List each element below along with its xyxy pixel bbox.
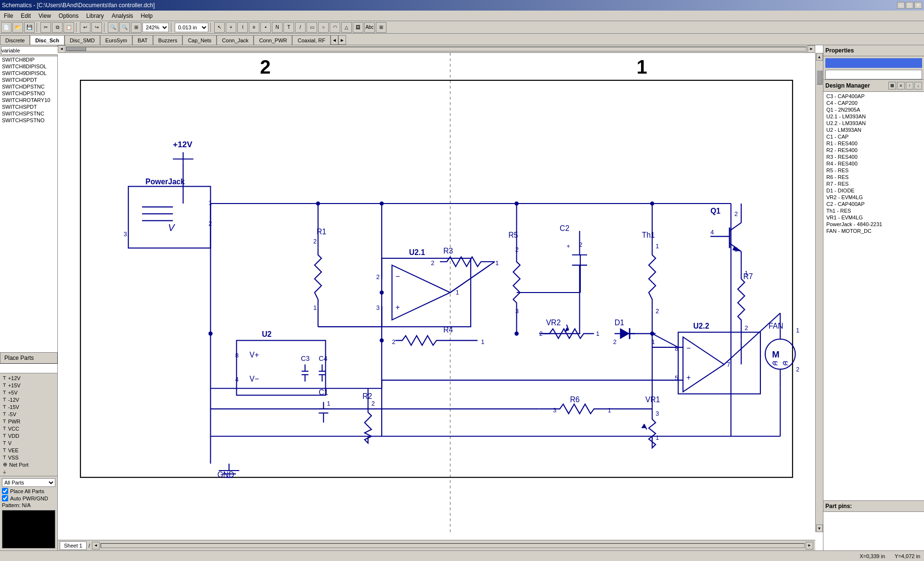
- net-port-minus12v[interactable]: ⊤ -12V: [1, 396, 56, 403]
- dm-item[interactable]: C1 - CAP: [824, 133, 923, 140]
- tab-disc-smd[interactable]: Disc_SMD: [64, 35, 100, 45]
- menu-analysis[interactable]: Analysis: [108, 12, 137, 20]
- select-button[interactable]: ↖: [214, 22, 225, 33]
- tab-conn-pwr[interactable]: Conn_PWR: [254, 35, 292, 45]
- vertical-scrollbar[interactable]: ▲ ▼: [815, 53, 823, 532]
- dm-item[interactable]: R4 - RES400: [824, 160, 923, 167]
- place-junction-button[interactable]: •: [260, 22, 271, 33]
- top-scrollbar[interactable]: ◄ ►: [58, 45, 815, 53]
- place-ellipse-button[interactable]: ○: [318, 22, 329, 33]
- scroll-right-arrow[interactable]: ►: [808, 45, 815, 53]
- menu-help[interactable]: Help: [137, 12, 157, 20]
- dm-item[interactable]: VR1 - EVM4LG: [824, 214, 923, 221]
- list-item[interactable]: SWITCHROTARY10: [0, 97, 57, 103]
- net-port-12v[interactable]: ⊤ +12V: [1, 374, 56, 382]
- net-port-v[interactable]: ⊤ V: [1, 439, 56, 446]
- tab-bat[interactable]: BAT: [132, 35, 153, 45]
- dm-item[interactable]: Th1 - RES: [824, 207, 923, 214]
- zoom-select[interactable]: 242%: [142, 23, 169, 32]
- net-port-vss[interactable]: ⊤ VSS: [1, 454, 56, 461]
- tab-conn-jack[interactable]: Conn_Jack: [217, 35, 254, 45]
- dm-item[interactable]: R1 - RES400: [824, 140, 923, 147]
- place-part-button[interactable]: +: [226, 22, 236, 33]
- dm-item[interactable]: Q1 - 2N2905A: [824, 106, 923, 113]
- scroll-left-arrow[interactable]: ◄: [58, 45, 65, 53]
- dm-item[interactable]: R7 - RES: [824, 180, 923, 187]
- scroll-track[interactable]: [66, 47, 807, 51]
- dm-item[interactable]: U2 - LM393AN: [824, 127, 923, 133]
- dm-item[interactable]: FAN - MOTOR_DC: [824, 228, 923, 234]
- dm-item[interactable]: U2.1 - LM393AN: [824, 113, 923, 120]
- tab-scroll-right[interactable]: ►: [338, 35, 346, 45]
- list-item[interactable]: SWITCH8DIP: [0, 56, 57, 63]
- list-item[interactable]: SWITCHDPSTNO: [0, 90, 57, 97]
- net-port-vdd[interactable]: ⊤ VDD: [1, 432, 56, 439]
- scroll-up-arrow[interactable]: ▲: [816, 53, 823, 61]
- net-port-pwr[interactable]: ⊤ PWR: [1, 418, 56, 425]
- dm-item[interactable]: C4 - CAP200: [824, 100, 923, 106]
- list-item[interactable]: SWITCHSPDT: [0, 103, 57, 110]
- net-port-5v[interactable]: ⊤ +5V: [1, 389, 56, 396]
- dm-icon-2[interactable]: ≡: [897, 82, 905, 89]
- sheet-tab-1[interactable]: Sheet 1: [60, 541, 87, 550]
- tab-disc-sch[interactable]: Disc_Sch: [30, 35, 64, 45]
- dm-item[interactable]: R3 - RES400: [824, 153, 923, 160]
- undo-button[interactable]: ↩: [80, 22, 90, 33]
- auto-pwr-gnd-checkbox[interactable]: [2, 495, 8, 501]
- menu-options[interactable]: Options: [55, 12, 82, 20]
- net-port-vee[interactable]: ⊤ VEE: [1, 446, 56, 454]
- place-poly-button[interactable]: △: [341, 22, 352, 33]
- net-port-minus15v[interactable]: ⊤ -15V: [1, 403, 56, 410]
- dm-item[interactable]: VR2 - EVM4LG: [824, 194, 923, 201]
- menu-library[interactable]: Library: [82, 12, 108, 20]
- dm-item[interactable]: R2 - RES400: [824, 147, 923, 153]
- dm-icon-4[interactable]: ↓: [914, 82, 922, 89]
- place-arc-button[interactable]: ◠: [330, 22, 340, 33]
- h-scroll-left[interactable]: ◄: [92, 542, 100, 549]
- zoom-out-button[interactable]: 🔍: [119, 22, 130, 33]
- menu-edit[interactable]: Edit: [17, 12, 35, 20]
- scroll-thumb[interactable]: [67, 47, 86, 51]
- dm-icon-1[interactable]: ⊞: [888, 82, 896, 89]
- tab-eurosym[interactable]: EuroSym: [100, 35, 132, 45]
- grid-select[interactable]: 0.013 in: [175, 23, 208, 32]
- list-item[interactable]: SWITCHDPSTNC: [0, 83, 57, 90]
- filter-select[interactable]: All Parts: [2, 478, 55, 487]
- dm-item[interactable]: C3 - CAP400AP: [824, 93, 923, 100]
- dm-item[interactable]: D1 - DIODE: [824, 187, 923, 194]
- list-item[interactable]: SWITCH8DIPISOL: [0, 63, 57, 70]
- list-item[interactable]: SWITCH9DIPISOL: [0, 70, 57, 76]
- open-button[interactable]: 📂: [13, 22, 23, 33]
- grid-button[interactable]: ⊞: [376, 22, 386, 33]
- dm-item[interactable]: U2.2 - LM393AN: [824, 120, 923, 127]
- redo-button[interactable]: ↪: [91, 22, 102, 33]
- paste-button[interactable]: 📋: [64, 22, 74, 33]
- tab-buzzers[interactable]: Buzzers: [153, 35, 183, 45]
- canvas-area[interactable]: ◄ ► 2 1 +12V PowerJack: [58, 45, 823, 550]
- dm-item[interactable]: R5 - RES: [824, 167, 923, 174]
- tab-coaxial[interactable]: Coaxial, RF: [292, 35, 330, 45]
- net-port-minus5v[interactable]: ⊤ -5V: [1, 410, 56, 418]
- tab-scroll-left[interactable]: ◄: [331, 35, 338, 45]
- zoom-fit-button[interactable]: ⊞: [131, 22, 141, 33]
- menu-file[interactable]: File: [0, 12, 17, 20]
- dm-item[interactable]: R6 - RES: [824, 174, 923, 180]
- tab-discrete[interactable]: Discrete: [0, 35, 30, 45]
- h-scroll-right[interactable]: ►: [806, 542, 813, 549]
- place-wire-button[interactable]: ⌇: [237, 22, 248, 33]
- place-text-button[interactable]: T: [283, 22, 294, 33]
- schematic-canvas[interactable]: 2 1 +12V PowerJack V 1 2 3: [58, 53, 815, 532]
- place-rect-button[interactable]: ▭: [307, 22, 317, 33]
- abc-button[interactable]: Abc: [364, 22, 375, 33]
- new-button[interactable]: 📄: [1, 22, 12, 33]
- dm-item[interactable]: C2 - CAP400AP: [824, 201, 923, 207]
- tab-cap-nets[interactable]: Cap_Nets: [182, 35, 217, 45]
- menu-view[interactable]: View: [35, 12, 55, 20]
- net-port-vcc[interactable]: ⊤ VCC: [1, 425, 56, 432]
- copy-button[interactable]: ⧉: [52, 22, 63, 33]
- h-scroll-track[interactable]: [101, 543, 805, 548]
- net-port-15v[interactable]: ⊤ +15V: [1, 382, 56, 389]
- list-item[interactable]: SWITCHSPSTNO: [0, 117, 57, 124]
- net-port-gnd-symbol[interactable]: ⏚: [1, 468, 56, 475]
- list-item[interactable]: SWITCHDPDT: [0, 76, 57, 83]
